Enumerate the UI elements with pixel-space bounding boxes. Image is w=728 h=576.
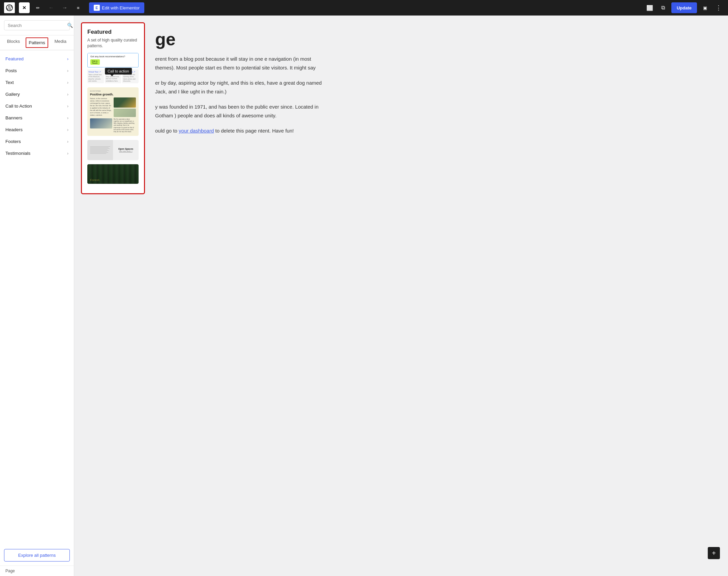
chevron-icon: › xyxy=(67,104,68,109)
card-spaces-right: Open Spaces See case study ↗ xyxy=(113,140,139,160)
chevron-icon: › xyxy=(67,151,68,156)
spaces-title: Open Spaces xyxy=(118,148,133,150)
left-sidebar: 🔍 Blocks Patterns Media Featured › Posts… xyxy=(0,16,74,576)
card-growth-inner: ECOSYSTEM Positive growth. Nature, in th… xyxy=(87,87,139,136)
col-card-1-text: Take a virtual tour of the Museum, ideal… xyxy=(88,74,103,82)
add-block-button[interactable]: + xyxy=(708,547,720,559)
chevron-icon: › xyxy=(67,127,68,132)
sidebar-toggle-button[interactable]: ▣ xyxy=(700,2,710,13)
topbar: ✕ ✏ ← → ≡ E Edit with Elementor ⬜ ⧉ Upda… xyxy=(0,0,728,16)
page-heading: ge xyxy=(155,29,711,49)
page-label: Page xyxy=(0,566,74,576)
close-button[interactable]: ✕ xyxy=(19,2,30,13)
pattern-card-forest[interactable]: Forest. xyxy=(87,164,139,184)
elementor-icon: E xyxy=(94,5,100,11)
page-paragraph-4: ould go to your dashboard to delete this… xyxy=(155,126,324,135)
screen-icon-button[interactable]: ⬜ xyxy=(644,2,655,13)
card-growth-text: Nature, in the common sense, refers to e… xyxy=(90,97,112,117)
pencil-icon-button[interactable]: ✏ xyxy=(32,2,43,13)
wave-line xyxy=(90,151,107,152)
card-search-inner: Got any book recommendations? Get in Tou… xyxy=(87,53,139,67)
pattern-card-spaces[interactable]: Open Spaces See case study ↗ xyxy=(87,140,139,160)
card-growth-title: Positive growth. xyxy=(90,93,136,96)
pattern-panel: Featured A set of high quality curated p… xyxy=(81,22,145,194)
menu-button[interactable]: ≡ xyxy=(73,2,84,13)
main-layout: 🔍 Blocks Patterns Media Featured › Posts… xyxy=(0,16,728,576)
card-growth-tag: ECOSYSTEM xyxy=(90,90,136,92)
forest-trees-decoration xyxy=(87,164,139,184)
pattern-panel-description: A set of high quality curated patterns. xyxy=(87,37,139,49)
col-card-1: Virtual Tour ↗ Take a virtual tour of th… xyxy=(87,69,104,83)
col-card-2-text: Stay updated and see our current exhibit… xyxy=(106,76,120,82)
forest-sun-image xyxy=(114,97,136,108)
card-growth-text-2: But his operations taken together are so… xyxy=(114,118,136,133)
search-area: 🔍 xyxy=(0,16,74,35)
nav-item-featured[interactable]: Featured › xyxy=(0,53,74,65)
page-title-area: ge xyxy=(155,29,711,49)
col-card-1-title: Virtual Tour ↗ xyxy=(88,70,103,73)
cta-tooltip: Call to action xyxy=(105,68,132,75)
external-link-icon-button[interactable]: ⧉ xyxy=(658,2,669,13)
search-box[interactable]: 🔍 xyxy=(4,20,70,30)
topbar-right-actions: ⬜ ⧉ Update ▣ ⋮ xyxy=(644,2,724,13)
nav-item-banners[interactable]: Banners › xyxy=(0,112,74,124)
windmill-image xyxy=(114,109,136,117)
page-paragraph-2: er by day, aspiring actor by night, and … xyxy=(155,79,324,96)
nav-item-posts[interactable]: Posts › xyxy=(0,65,74,77)
search-input[interactable] xyxy=(8,23,64,28)
wave-line xyxy=(90,152,108,153)
tabs-area: Blocks Patterns Media xyxy=(0,35,74,50)
pattern-card-growth[interactable]: ECOSYSTEM Positive growth. Nature, in th… xyxy=(87,87,139,136)
nav-item-headers[interactable]: Headers › xyxy=(0,124,74,136)
col-card-3-text: Get to know our opening times, ticket pr… xyxy=(123,74,138,82)
card-search-button: Get in Touch xyxy=(90,59,100,65)
pattern-card-search[interactable]: Got any book recommendations? Get in Tou… xyxy=(87,53,139,83)
card-spaces-inner: Open Spaces See case study ↗ xyxy=(87,140,139,160)
page-paragraph-1: erent from a blog post because it will s… xyxy=(155,55,324,72)
search-icon: 🔍 xyxy=(67,23,73,28)
chevron-icon: › xyxy=(67,92,68,97)
page-paragraph-3: y was founded in 1971, and has been to t… xyxy=(155,103,324,120)
pattern-panel-title: Featured xyxy=(87,29,139,35)
card-growth-images xyxy=(114,97,136,117)
more-options-button[interactable]: ⋮ xyxy=(713,2,724,13)
beach-image xyxy=(90,118,112,128)
tab-patterns[interactable]: Patterns xyxy=(26,37,49,48)
back-button[interactable]: ← xyxy=(46,2,57,13)
canvas-area: Featured A set of high quality curated p… xyxy=(74,16,728,576)
wave-line xyxy=(90,150,109,151)
wave-line xyxy=(90,147,109,148)
card-forest-inner: Forest. xyxy=(87,164,139,184)
nav-item-testimonials[interactable]: Testimonials › xyxy=(0,147,74,159)
wave-line xyxy=(90,149,108,150)
explore-all-patterns-button[interactable]: Explore all patterns xyxy=(4,549,70,561)
wave-line xyxy=(90,148,110,149)
wp-logo-icon xyxy=(4,2,15,13)
tab-media[interactable]: Media xyxy=(50,35,71,50)
card-spaces-left xyxy=(87,140,113,160)
chevron-icon: › xyxy=(67,57,68,61)
edit-with-elementor-button[interactable]: E Edit with Elementor xyxy=(89,2,144,13)
tab-blocks[interactable]: Blocks xyxy=(3,35,24,50)
card-search-text: Got any book recommendations? xyxy=(90,55,136,58)
nav-item-gallery[interactable]: Gallery › xyxy=(0,88,74,100)
nav-item-call-to-action[interactable]: Call to Action › xyxy=(0,100,74,112)
update-button[interactable]: Update xyxy=(671,2,697,13)
dashboard-link[interactable]: your dashboard xyxy=(179,128,214,134)
chevron-icon: › xyxy=(67,80,68,85)
wave-line xyxy=(90,146,110,147)
card-growth-bottom: But his operations taken together are so… xyxy=(90,118,136,133)
page-content: ge erent from a blog post because it wil… xyxy=(145,22,721,149)
forward-button[interactable]: → xyxy=(59,2,70,13)
card-growth-content: Nature, in the common sense, refers to e… xyxy=(90,97,136,117)
nav-item-text[interactable]: Text › xyxy=(0,77,74,88)
chevron-icon: › xyxy=(67,116,68,120)
nav-items-list: Featured › Posts › Text › Gallery › Call… xyxy=(0,50,74,545)
chevron-icon: › xyxy=(67,68,68,73)
spaces-link: See case study ↗ xyxy=(119,150,133,152)
wave-lines xyxy=(89,145,112,155)
wave-line xyxy=(90,153,106,154)
chevron-icon: › xyxy=(67,139,68,144)
nav-item-footers[interactable]: Footers › xyxy=(0,136,74,147)
